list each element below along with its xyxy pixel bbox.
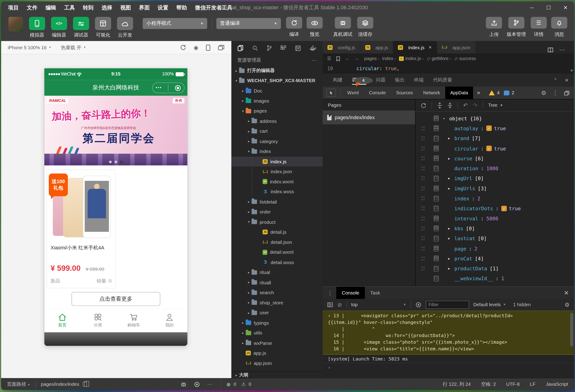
copy-icon[interactable]	[83, 382, 87, 387]
menu-item[interactable]: 选择	[97, 4, 116, 11]
watch-eye-icon[interactable]	[194, 381, 200, 387]
checkbox-icon[interactable]: ✓	[486, 146, 492, 151]
forward-icon[interactable]: →	[355, 56, 359, 61]
mode-dropdown[interactable]: 小程序模式▼	[143, 18, 207, 29]
expand-arrow-icon[interactable]: ▶	[448, 267, 454, 270]
bookmark-icon[interactable]	[336, 56, 340, 61]
panel-tab[interactable]: 输出	[395, 74, 404, 87]
appdata-row[interactable]: autoplay : ✓ true	[415, 123, 574, 133]
filter-input[interactable]	[426, 301, 469, 309]
status-more-icon[interactable]: ⋯	[207, 381, 212, 387]
tree-item[interactable]: ▸ order	[231, 207, 323, 217]
refresh-data-icon[interactable]	[421, 102, 427, 109]
search-icon[interactable]	[252, 44, 258, 51]
drag-handle-icon[interactable]	[421, 145, 425, 151]
tree-item[interactable]: index.wxml	[231, 177, 323, 187]
panel-tab[interactable]: 终端	[414, 74, 423, 87]
close-button[interactable]: ✕	[557, 5, 574, 11]
minimize-button[interactable]: ─	[523, 5, 540, 11]
view-mode-dropdown[interactable]: Tree▼	[488, 103, 503, 108]
console-tab[interactable]: Console	[336, 287, 365, 299]
drag-handle-icon[interactable]	[421, 245, 425, 251]
view-more-button[interactable]: 点击查看更多	[72, 292, 160, 306]
appdata-row[interactable]: __webviewId__ : ✓ 1	[415, 273, 574, 284]
breadcrumb-item[interactable]: ›◇ index	[377, 56, 393, 61]
tree-item[interactable]: detail.wxss	[231, 257, 323, 267]
record-icon[interactable]: ◉	[194, 44, 198, 51]
devtools-tab[interactable]: Sources	[391, 87, 418, 99]
appdata-row[interactable]: ▶ kbs : ✓ [0]	[415, 223, 574, 234]
expand-arrow-icon[interactable]: ▸	[246, 129, 252, 133]
source-control-icon[interactable]	[266, 44, 272, 51]
split-editor-icon[interactable]	[547, 47, 553, 53]
checkbox-icon[interactable]: ✓	[501, 206, 507, 211]
appdata-row[interactable]: indicatorDots : ✓ true	[415, 203, 574, 214]
menu-item[interactable]: 界面	[135, 4, 154, 11]
tree-item[interactable]: detail.js	[231, 227, 323, 237]
editor-button[interactable]: </> 编辑器	[49, 17, 69, 38]
menu-item[interactable]: 文件	[23, 4, 41, 11]
messages-button[interactable]: 消息	[550, 17, 569, 38]
page-item[interactable]: pages/index/index	[323, 111, 415, 124]
tree-item[interactable]: ▾ pages	[231, 106, 323, 116]
expand-arrow-icon[interactable]: ▸	[240, 341, 246, 345]
drag-handle-icon[interactable]	[421, 256, 425, 262]
menu-item[interactable]: 编辑	[41, 4, 60, 11]
tree-item[interactable]: index.js	[231, 156, 323, 167]
appdata-row[interactable]: ▶ proCat : ✓ [4]	[415, 253, 574, 264]
tree-item[interactable]: ▸ listdetail	[231, 197, 323, 207]
expand-arrow-icon[interactable]: ▸	[234, 69, 239, 73]
menu-item[interactable]: 视图	[116, 4, 135, 11]
drag-handle-icon[interactable]	[421, 236, 425, 242]
code-editor[interactable]: 10 circular: true, +	[323, 64, 574, 73]
drag-handle-icon[interactable]	[421, 216, 425, 221]
debug-bug-icon[interactable]	[181, 381, 187, 387]
panel-tab[interactable]: 调试器 4	[352, 74, 366, 87]
console-prompt[interactable]: ›	[323, 363, 574, 371]
log-levels-dropdown[interactable]: Default levels▼	[473, 302, 506, 307]
tree-item[interactable]: index.wxss	[231, 187, 323, 197]
undo-icon[interactable]: ↶	[463, 102, 468, 109]
eye-target-icon[interactable]	[415, 301, 421, 308]
menu-item[interactable]: 项目	[4, 4, 23, 11]
tree-item[interactable]: ▸ typings	[231, 318, 323, 328]
drag-handle-icon[interactable]	[421, 266, 425, 271]
expand-arrow-icon[interactable]: ▸	[246, 139, 252, 143]
menu-item[interactable]: 工具	[60, 4, 79, 11]
editor-tab[interactable]: index.js ✕	[393, 41, 437, 54]
warning-count[interactable]: 0	[249, 381, 251, 387]
tree-item[interactable]: ▸ address	[231, 116, 323, 126]
menu-item[interactable]: 帮助	[172, 4, 191, 11]
hot-reload-dropdown[interactable]: 热重载 开▼	[61, 44, 86, 51]
expand-arrow-icon[interactable]: ▸	[246, 270, 252, 274]
tree-item[interactable]: app.json	[231, 358, 323, 368]
expand-arrow-icon[interactable]: ▶	[448, 257, 454, 260]
editor-tab[interactable]: app.js	[360, 41, 393, 54]
appdata-row[interactable]: index : ✓ 2	[415, 194, 574, 204]
outline-section[interactable]: ▸大纲	[231, 371, 323, 378]
appdata-row[interactable]: duration : ✓ 1000	[415, 163, 574, 173]
restart-icon[interactable]	[180, 44, 186, 51]
eol-type[interactable]: LF	[530, 381, 535, 387]
remote-debug-button[interactable]: 真机调试	[332, 17, 354, 38]
appdata-row[interactable]: page : ✓ 2	[415, 243, 574, 253]
warning-count[interactable]: 4	[497, 90, 500, 95]
tab-home[interactable]: 首页	[44, 309, 80, 332]
appdata-root-row[interactable]: ▾ object {16}	[415, 113, 574, 123]
tab-more-icon[interactable]: ⋯	[559, 46, 565, 53]
upload-button[interactable]: 上传	[484, 17, 503, 38]
device-dropdown[interactable]: iPhone 5 100% 16▼	[8, 45, 51, 50]
preview-button[interactable]: 预览	[305, 17, 324, 38]
tree-item[interactable]: ▸ utils	[231, 328, 323, 338]
tree-item[interactable]: ▸ category	[231, 136, 323, 146]
tree-item[interactable]: ▸ search	[231, 288, 323, 298]
tab-category[interactable]: 分类	[80, 309, 116, 332]
simulator-button[interactable]: 模拟器	[27, 17, 47, 38]
tree-item[interactable]: ▸ wxParse	[231, 338, 323, 348]
expand-arrow-icon[interactable]: ▾	[246, 149, 252, 153]
close-panel-icon[interactable]: ✕	[565, 77, 569, 83]
drag-handle-icon[interactable]	[421, 155, 425, 162]
tree-item[interactable]: ▸ images	[231, 96, 323, 106]
back-icon[interactable]: ←	[345, 56, 350, 61]
tree-item[interactable]: ▾ WECHAT_SHOP_XCX-MASTER	[231, 76, 323, 86]
